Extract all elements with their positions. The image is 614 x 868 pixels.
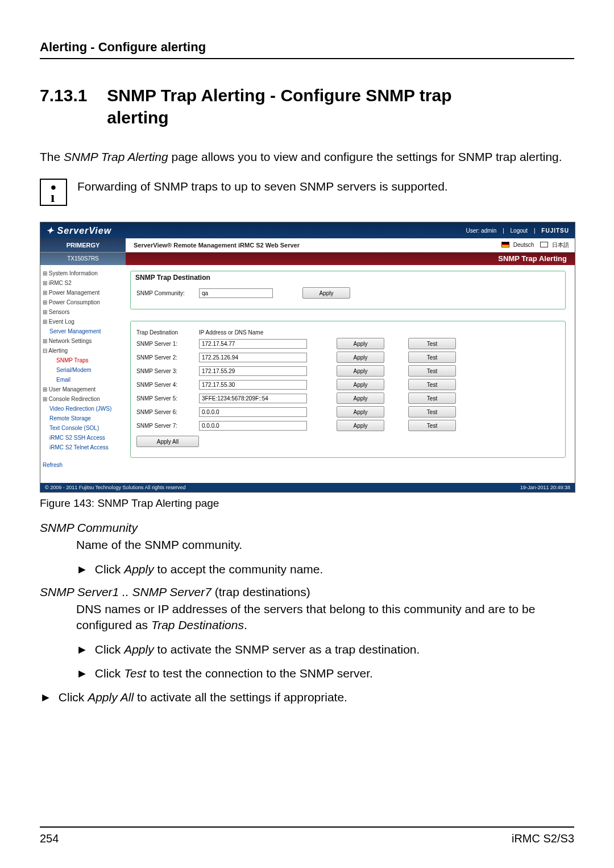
triangle-bullet-icon: ► xyxy=(76,561,88,577)
server-label: SNMP Server 2: xyxy=(136,354,196,361)
timestamp: 19-Jan-2011 20:49:38 xyxy=(520,485,570,490)
server-test-button[interactable]: Test xyxy=(408,338,456,349)
screenshot-footer: © 2009 - 2011 Fujitsu Technology Solutio… xyxy=(40,483,575,492)
panel-community: SNMP Trap Destination SNMP Community: Ap… xyxy=(130,271,566,309)
server-apply-button[interactable]: Apply xyxy=(337,420,384,431)
brand-logo: ✦ ServerView xyxy=(46,225,111,236)
server-row: SNMP Server 1:ApplyTest xyxy=(136,338,559,349)
sidebar-item[interactable]: Video Redirection (JWS) xyxy=(43,404,123,414)
doc-id: iRMC S2/S3 xyxy=(512,832,574,845)
sidebar-item[interactable]: ⊞ Sensors xyxy=(43,307,123,317)
server-label: SNMP Server 7: xyxy=(136,423,196,429)
server-test-button[interactable]: Test xyxy=(408,379,456,390)
screenshot: ✦ ServerView User: admin | Logout | FUJI… xyxy=(40,222,575,493)
server-input[interactable] xyxy=(199,394,307,403)
section-number: 7.13.1 xyxy=(40,84,102,106)
lang-jp[interactable]: 日本語 xyxy=(552,242,569,248)
server-test-button[interactable]: Test xyxy=(408,406,456,418)
logout-link[interactable]: Logout xyxy=(511,228,528,234)
flag-jp-icon xyxy=(540,242,548,247)
bullet-apply-server: ► Click Apply to activate the SNMP serve… xyxy=(76,642,574,658)
panel-servers: Trap Destination IP Address or DNS Name … xyxy=(130,321,566,458)
strip: TX150S7RS SNMP Trap Alerting xyxy=(40,253,575,265)
intro-post: page allows you to view and configure th… xyxy=(168,150,562,163)
sidebar-item[interactable]: ⊞ System Information xyxy=(43,268,123,278)
titlebar: ✦ ServerView User: admin | Logout | FUJI… xyxy=(40,222,575,238)
community-label: SNMP Community: xyxy=(136,290,196,296)
section-heading: 7.13.1 SNMP Trap Alerting - Configure SN… xyxy=(40,84,574,129)
sidebar-item[interactable]: ⊞ Power Management xyxy=(43,288,123,297)
server-test-button[interactable]: Test xyxy=(408,420,456,431)
sidebar-item[interactable]: SNMP Traps xyxy=(43,356,123,365)
bullet-apply-all: ► Click Apply All to activate all the se… xyxy=(40,689,574,705)
server-label: SNMP Server 1: xyxy=(136,341,196,347)
server-input[interactable] xyxy=(199,339,307,349)
server-input[interactable] xyxy=(199,380,307,390)
sidebar-item[interactable]: ⊞ Network Settings xyxy=(43,336,123,346)
server-apply-button[interactable]: Apply xyxy=(337,365,384,377)
server-apply-button[interactable]: Apply xyxy=(337,379,384,390)
bullet-apply-community: ► Click Apply to accept the community na… xyxy=(76,561,574,577)
sidebar-nav: ⊞ System Information⊞ iRMC S2⊞ Power Man… xyxy=(40,265,126,483)
def-desc-servers: DNS names or IP addresses of the servers… xyxy=(76,601,574,634)
server-label: SNMP Server 4: xyxy=(136,382,196,388)
server-label: SNMP Server 6: xyxy=(136,409,196,415)
def-desc-community: Name of the SNMP community. xyxy=(76,537,574,553)
sidebar-item[interactable]: iRMC S2 SSH Access xyxy=(43,433,123,443)
page-footer: 254 iRMC S2/S3 xyxy=(40,832,574,845)
section-title: SNMP Trap Alerting - Configure SNMP trap… xyxy=(107,84,505,129)
sidebar-item[interactable]: ⊞ User Management xyxy=(43,385,123,394)
server-test-button[interactable]: Test xyxy=(408,365,456,377)
server-input[interactable] xyxy=(199,421,307,431)
sidebar-item[interactable]: ⊞ Power Consumption xyxy=(43,297,123,307)
vendor-logo: FUJITSU xyxy=(541,228,569,234)
intro-pre: The xyxy=(40,150,64,163)
info-note: •ı Forwarding of SNMP traps to up to sev… xyxy=(40,179,574,206)
sidebar-item[interactable]: ⊟ Alerting xyxy=(43,346,123,356)
sidebar-item[interactable]: ⊞ Console Redirection xyxy=(43,394,123,404)
lang-de[interactable]: Deutsch xyxy=(513,242,534,248)
titlebar-right: User: admin | Logout | FUJITSU xyxy=(461,228,569,234)
sidebar-item[interactable]: Server Management xyxy=(43,326,123,336)
lang-switch: Deutsch 日本語 xyxy=(497,241,575,249)
server-input[interactable] xyxy=(199,407,307,417)
figure: ✦ ServerView User: admin | Logout | FUJI… xyxy=(40,222,574,510)
server-test-button[interactable]: Test xyxy=(408,392,456,404)
sidebar-item[interactable]: Serial/Modem xyxy=(43,365,123,375)
server-apply-button[interactable]: Apply xyxy=(337,352,384,363)
subheader: PRIMERGY ServerView® Remote Management i… xyxy=(40,238,575,253)
server-row: SNMP Server 5:ApplyTest xyxy=(136,392,559,404)
running-head: Alerting - Configure alerting xyxy=(40,40,574,55)
server-test-button[interactable]: Test xyxy=(408,352,456,363)
triangle-bullet-icon: ► xyxy=(76,642,88,658)
page-title-strip: SNMP Trap Alerting xyxy=(126,253,575,265)
main-pane: SNMP Trap Destination SNMP Community: Ap… xyxy=(126,265,575,483)
server-apply-button[interactable]: Apply xyxy=(337,392,384,404)
server-input[interactable] xyxy=(199,353,307,362)
server-row: SNMP Server 7:ApplyTest xyxy=(136,420,559,431)
apply-all-button[interactable]: Apply All xyxy=(136,436,199,447)
flag-de-icon xyxy=(501,242,509,247)
col-hdr-addr: IP Address or DNS Name xyxy=(199,329,307,336)
server-label: SNMP Server 3: xyxy=(136,368,196,374)
webserver-title: ServerView® Remote Management iRMC S2 We… xyxy=(126,242,497,249)
refresh-link[interactable]: Refresh xyxy=(43,460,123,470)
sidebar-item[interactable]: iRMC S2 Telnet Access xyxy=(43,443,123,452)
figure-caption: Figure 143: SNMP Trap Alerting page xyxy=(40,497,574,510)
server-label: SNMP Server 5: xyxy=(136,395,196,402)
community-input[interactable] xyxy=(199,288,273,298)
sidebar-item[interactable]: ⊞ iRMC S2 xyxy=(43,278,123,288)
sidebar-item[interactable]: Remote Storage xyxy=(43,414,123,423)
triangle-bullet-icon: ► xyxy=(76,666,88,681)
sidebar-item[interactable]: ⊞ Event Log xyxy=(43,317,123,326)
community-apply-button[interactable]: Apply xyxy=(302,287,350,299)
sidebar-item[interactable]: Email xyxy=(43,375,123,385)
sidebar-item[interactable]: Text Console (SOL) xyxy=(43,423,123,433)
server-input[interactable] xyxy=(199,366,307,376)
info-text: Forwarding of SNMP traps to up to seven … xyxy=(77,179,574,195)
server-apply-button[interactable]: Apply xyxy=(337,338,384,349)
bullet-test-server: ► Click Test to test the connection to t… xyxy=(76,666,574,681)
server-apply-button[interactable]: Apply xyxy=(337,406,384,418)
panel-title: SNMP Trap Destination xyxy=(135,274,559,282)
model-badge: TX150S7RS xyxy=(40,253,126,265)
